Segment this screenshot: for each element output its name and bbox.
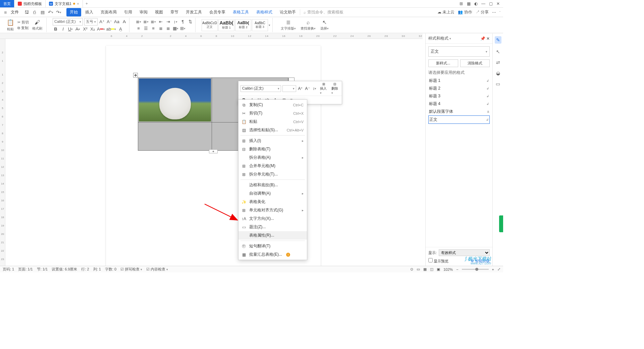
select-button[interactable]: ↖选择▾ [318,19,331,31]
ctx-table-properties[interactable]: 表格属性(R)... [238,231,307,240]
sort-icon[interactable]: ⇅ [187,19,193,25]
tab-home[interactable]: 首页 [0,0,14,7]
ctx-batch-tables[interactable]: ▦批量汇总表格(E)...! [238,250,307,259]
indent-inc-icon[interactable]: ⇥ [165,19,171,25]
ctx-split-cells[interactable]: ⊞拆分单元格(T)... [238,170,307,179]
increase-font-icon[interactable]: A⁺ [99,19,105,25]
align-right-icon[interactable]: ≡ [150,26,156,32]
bullets-icon[interactable]: ≣▾ [136,19,142,25]
align-justify-icon[interactable]: ≣ [158,26,164,32]
current-style[interactable]: 正文▾ [428,46,490,57]
italic-icon[interactable]: I [60,26,66,32]
style-item-h3[interactable]: 标题 3↲ [428,92,490,100]
more-icon[interactable]: ⋯ [492,10,496,15]
close-panel-icon[interactable]: ✕ [486,36,490,41]
mini-delete-button[interactable]: ⊟删除▾ [330,82,340,95]
highlight-icon[interactable]: ab▾ [106,26,116,32]
change-case-icon[interactable]: Aa [114,19,120,25]
borders-icon[interactable]: ⊞▾ [180,26,186,32]
paste-button[interactable]: 📋粘贴 [5,19,16,32]
format-painter-button[interactable]: 🖌格式刷 [30,19,44,31]
copy-button[interactable]: ⧉ 复制 [17,26,29,31]
ctx-beautify[interactable]: ✨表格美化 [238,198,307,206]
align-center-icon[interactable]: ☰ [143,26,149,32]
font-color-icon[interactable]: A▾ [97,26,105,32]
show-styles-select[interactable]: 有效样式 [439,249,490,256]
tab-start[interactable]: 开始 [66,8,81,16]
ctx-split-table[interactable]: 拆分表格(A)▸ [238,153,307,162]
command-search[interactable]: ⌕ 查找命令、搜索模板 [300,9,343,15]
ctx-insert[interactable]: ⊞插入(I)▸ [238,137,307,145]
ctx-paste-special[interactable]: ▤选择性粘贴(S)...Ctrl+Alt+V [238,126,307,134]
shading-icon[interactable]: ▦▾ [172,26,178,32]
layout-icon[interactable]: ⊞ [459,1,464,6]
clear-format-icon[interactable]: A̶ [121,19,127,25]
table-cell-image[interactable] [138,78,212,122]
new-style-button[interactable]: 新样式... [428,59,458,67]
table-cell[interactable] [138,122,212,151]
tab-member[interactable]: 会员专享 [206,8,229,16]
ctx-copy[interactable]: ⧉复制(C)Ctrl+C [238,101,307,109]
find-replace-button[interactable]: ⌕查找替换▾ [299,19,318,31]
new-tab-button[interactable]: + [83,0,91,7]
undo-icon[interactable]: ↶▾ [48,9,54,15]
pilcrow-icon[interactable]: ¶ [180,19,186,25]
superscript-icon[interactable]: X² [82,26,88,32]
mini-font-select[interactable]: Calibri (正文)▾ [240,85,281,92]
tab-insert[interactable]: 插入 [82,8,97,16]
phonetic-icon[interactable]: A̤ [117,26,123,32]
underline-icon[interactable]: U▾ [67,26,73,32]
align-distribute-icon[interactable]: ≣ [165,26,171,32]
redo-icon[interactable]: ↷▾ [56,9,62,15]
view-read-icon[interactable]: ▣ [437,267,440,271]
cloud-status[interactable]: ☁ 未上云 [437,9,454,15]
clear-format-button[interactable]: 清除格式 [460,59,490,67]
zoom-out-icon[interactable]: − [456,267,458,271]
menu-file[interactable]: 文件 [9,9,21,15]
status-section[interactable]: 节: 1/1 [37,267,48,272]
status-contentcheck[interactable]: ☑ 内容检查 ▾ [146,267,168,272]
style-body[interactable]: AaBbCcD正文 [202,19,218,31]
mini-linespace-icon[interactable]: ↕▾ [312,86,317,92]
tab-tablestyle[interactable]: 表格样式 [253,8,276,16]
fullscreen-icon[interactable]: ⤢ [497,267,500,271]
ctx-cut[interactable]: ✂剪切(T)Ctrl+X [238,109,307,117]
numbering-icon[interactable]: ≣▾ [143,19,149,25]
close-window-icon[interactable]: ✕ [496,1,500,6]
bold-icon[interactable]: B [53,26,59,32]
preview-icon[interactable]: ▤ [40,9,46,15]
strike-icon[interactable]: A̶▾ [75,26,81,32]
ctx-caption[interactable]: ▭题注(Z)... [238,223,307,231]
ctx-merge-cells[interactable]: ⊞合并单元格(M) [238,162,307,170]
mini-decfont-icon[interactable]: A⁻ [305,86,310,92]
side-shield-icon[interactable]: ◒ [496,70,500,76]
style-item-h2[interactable]: 标题 2↲ [428,85,490,92]
tab-document[interactable]: W 文字文稿1 × [46,0,83,7]
tab-tabletools[interactable]: 表格工具 [229,8,252,16]
multilevel-icon[interactable]: ≣▾ [150,19,156,25]
status-page-num[interactable]: 页码: 1 [3,267,14,272]
side-settings-icon[interactable]: ⇄ [496,60,500,65]
indent-dec-icon[interactable]: ⇤ [158,19,164,25]
subscript-icon[interactable]: X₂ [90,26,96,32]
style-h2[interactable]: AaBb(标题 2 [235,19,251,31]
collapse-ribbon-icon[interactable]: ˆ [499,11,500,14]
ctx-short-translate[interactable]: ㊥短句翻译(T) [238,242,307,250]
ctx-autofit[interactable]: 自动调整(A)▸ [238,189,307,198]
view-web-icon[interactable]: ▦ [423,267,427,271]
tab-pagelayout[interactable]: 页面布局 [97,8,120,16]
view-outline-icon[interactable]: ◫ [430,267,433,271]
font-family-select[interactable]: Calibri (正文)▾ [53,18,83,26]
minimize-icon[interactable]: — [481,1,486,6]
font-size-select[interactable]: 五号▾ [84,18,98,26]
coop-button[interactable]: 👥 协作 [458,9,472,15]
mini-incfont-icon[interactable]: A⁺ [298,86,303,92]
table-move-handle[interactable]: ✥ [133,73,138,78]
tab-templates[interactable]: 找稻壳模板 [14,0,46,7]
style-item-h4[interactable]: 标题 4↲ [428,100,490,108]
cut-button[interactable]: ✂ 剪切 [17,20,29,25]
status-pages[interactable]: 页面: 1/1 [18,267,33,272]
side-edit-icon[interactable]: ✎ [495,36,501,44]
align-left-icon[interactable]: ≡ [136,26,142,32]
style-item-h1[interactable]: 标题 1↲ [428,77,490,85]
